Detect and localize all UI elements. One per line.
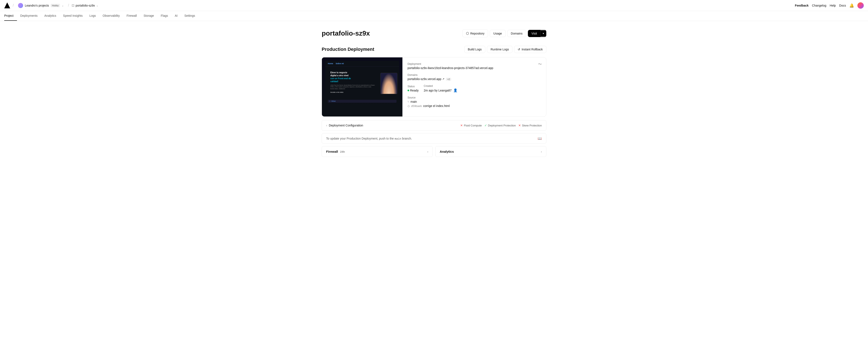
domains-section: Domains portafolio-sz9x.vercel.app ↗ +2	[407, 73, 541, 81]
feedback-link[interactable]: Feedback	[795, 4, 809, 7]
workspace-chevron-icon: ⌄	[62, 4, 64, 7]
deployment-config-row[interactable]: › Deployment Configuration ✕ Fluid Compu…	[322, 120, 546, 131]
config-label: Deployment Configuration	[329, 124, 363, 127]
domains-button[interactable]: Domains	[507, 30, 526, 37]
preview-nav-home: Home	[328, 63, 333, 65]
firewall-card[interactable]: Firewall 24h ›	[322, 146, 433, 157]
tab-deployments[interactable]: Deployments	[17, 11, 41, 21]
tab-flags[interactable]: Flags	[157, 11, 172, 21]
created-value: 2m ago by Leanga87 👤	[424, 88, 457, 92]
status-label: Status	[407, 85, 418, 88]
preview-nav-about: Sobre mi	[336, 63, 344, 65]
project-selector[interactable]: ⊡ portafolio-sz9x ⌄	[72, 3, 98, 7]
visit-button[interactable]: Visit	[528, 30, 540, 37]
fluid-compute-icon: ✕	[460, 124, 463, 127]
changelog-link[interactable]: Changelog	[812, 4, 827, 7]
primary-domain: portafolio-sz9x.vercel.app	[407, 77, 441, 81]
skew-protection-label: Skew Protection	[522, 124, 542, 127]
branch-row: ⑂ main	[407, 100, 541, 103]
analytics-card[interactable]: Analytics ›	[435, 146, 546, 157]
notifications-bell-icon[interactable]: 🔔	[849, 3, 854, 8]
activity-icon[interactable]: 〜	[538, 62, 542, 67]
docs-link[interactable]: Docs	[839, 4, 846, 7]
project-icon: ⊡	[72, 3, 74, 7]
preview-inner: Home Sobre mi Eleve tu negociodigital a …	[325, 61, 399, 103]
status-section: Status Ready	[407, 85, 418, 92]
branch-name: main	[410, 100, 417, 103]
preview-heading-highlight: con un Front-end decalidad!	[330, 77, 351, 82]
tab-observability[interactable]: Observability	[99, 11, 123, 21]
source-label: Source	[407, 96, 541, 99]
tab-analytics[interactable]: Analytics	[41, 11, 60, 21]
tab-ai[interactable]: AI	[172, 11, 181, 21]
status-text: Ready	[410, 89, 418, 92]
tab-storage[interactable]: Storage	[140, 11, 157, 21]
vercel-logo	[4, 3, 10, 8]
project-actions: ⬡ Repository Usage Domains Visit ▾	[462, 29, 546, 37]
repository-button[interactable]: ⬡ Repository	[462, 29, 488, 37]
section-header: Production Deployment Build Logs Runtime…	[322, 46, 546, 53]
section-title: Production Deployment	[322, 46, 374, 52]
project-header: portafolio-sz9x ⬡ Repository Usage Domai…	[322, 29, 546, 37]
created-time: 2m ago by Leanga87	[424, 89, 452, 92]
analytics-card-content: Analytics	[440, 150, 454, 153]
domains-value: portafolio-sz9x.vercel.app ↗ +2	[407, 77, 541, 81]
book-icon[interactable]: 📖	[538, 136, 542, 140]
preview-hero: Eleve tu negociodigital a otro nivel con…	[328, 69, 378, 96]
creator-avatar-icon: 👤	[453, 89, 458, 92]
preview-person	[380, 73, 397, 94]
production-deployment-section: Production Deployment Build Logs Runtime…	[322, 46, 546, 157]
help-link[interactable]: Help	[830, 4, 836, 7]
firewall-card-content: Firewall 24h	[326, 150, 345, 153]
branch-icon: ⑂	[407, 100, 409, 103]
user-avatar[interactable]	[858, 2, 864, 9]
github-btn-icon: ⬡	[329, 100, 330, 102]
chevron-right-icon: ›	[326, 124, 327, 127]
instant-rollback-button[interactable]: ↺ Instant Rollback	[514, 46, 546, 53]
deployment-url-link[interactable]: portafolio-sz9x-ilwov19zd-leandros-proje…	[407, 66, 493, 70]
preview-nav: Home Sobre mi	[325, 61, 399, 66]
github-icon: ⬡	[466, 31, 469, 35]
runtime-logs-button[interactable]: Runtime Logs	[487, 46, 513, 53]
preview-content: Home Sobre mi Eleve tu negociodigital a …	[322, 57, 402, 106]
skew-protection-icon: ✕	[518, 124, 521, 127]
config-row-left: › Deployment Configuration	[326, 124, 363, 127]
preview-person-image	[381, 73, 397, 94]
workspace-name: Leandro's projects	[25, 4, 49, 7]
analytics-title: Analytics	[440, 150, 454, 153]
extra-domains-badge: +2	[446, 78, 451, 81]
top-navigation: / Leandro's projects Hobby ⌄ / ⊡ portafo…	[0, 0, 868, 11]
skew-protection-tag: ✕ Skew Protection	[518, 124, 542, 127]
external-link-icon: ↗	[442, 77, 444, 80]
branch-code: main	[395, 137, 401, 140]
commit-message: corrige el index.html	[423, 104, 450, 108]
separator-1: /	[13, 3, 14, 8]
tab-speed-insights[interactable]: Speed Insights	[60, 11, 86, 21]
project-nav-name: portafolio-sz9x	[76, 4, 95, 7]
source-section: Source ⑂ main ◇ d59baeb corrige el index…	[407, 96, 541, 108]
tab-project[interactable]: Project	[4, 11, 17, 21]
bottom-cards: Firewall 24h › Analytics ›	[322, 146, 546, 157]
build-logs-button[interactable]: Build Logs	[464, 46, 485, 53]
domains-label: Domains	[407, 73, 541, 76]
fluid-compute-label: Fluid Compute	[464, 124, 482, 127]
visit-dropdown-button[interactable]: ▾	[540, 30, 546, 37]
deployment-protection-icon: ✓	[485, 124, 487, 127]
deployment-card: Home Sobre mi Eleve tu negociodigital a …	[322, 57, 546, 117]
top-nav-right: Feedback Changelog Help Docs 🔔	[795, 2, 864, 9]
primary-domain-link[interactable]: portafolio-sz9x.vercel.app ↗	[407, 77, 444, 81]
tab-settings[interactable]: Settings	[181, 11, 198, 21]
status-created-row: Status Ready Created 2m ago by Leanga87 …	[407, 85, 541, 96]
project-title: portafolio-sz9x	[322, 29, 370, 37]
update-notice-text: To update your Production Deployment, pu…	[326, 137, 412, 140]
status-value: Ready	[407, 89, 418, 92]
workspace-selector[interactable]: Leandro's projects Hobby ⌄	[16, 2, 65, 9]
tab-logs[interactable]: Logs	[86, 11, 99, 21]
status-dot-icon	[407, 90, 409, 91]
sub-navigation: Project Deployments Analytics Speed Insi…	[0, 11, 868, 21]
deployment-card-inner: Home Sobre mi Eleve tu negociodigital a …	[322, 57, 546, 117]
update-notice: To update your Production Deployment, pu…	[322, 133, 546, 143]
section-actions: Build Logs Runtime Logs ↺ Instant Rollba…	[464, 46, 546, 53]
usage-button[interactable]: Usage	[490, 30, 505, 37]
tab-firewall[interactable]: Firewall	[123, 11, 140, 21]
